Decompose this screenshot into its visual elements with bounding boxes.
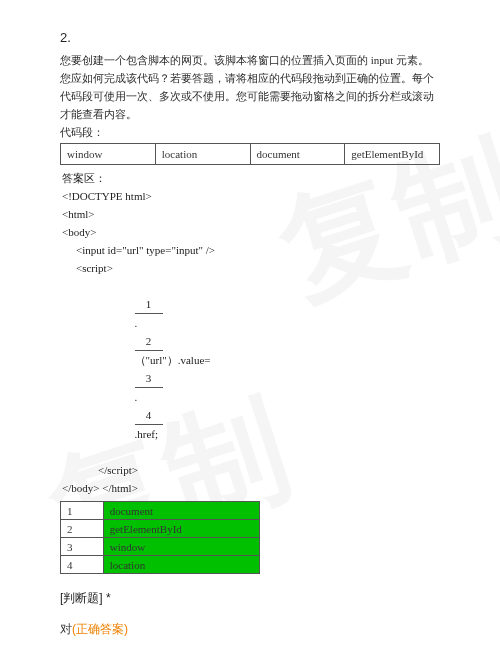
code-line: </body>: [62, 482, 99, 494]
choice-text: 对: [60, 622, 72, 636]
code-line: </script>: [62, 461, 440, 479]
answer-value: getElementById: [103, 520, 259, 538]
table-row: 4 location: [61, 556, 260, 574]
code-text: .href;: [135, 428, 159, 440]
answer-index: 2: [61, 520, 104, 538]
correct-mark: (正确答案): [72, 622, 128, 636]
answer-value: location: [103, 556, 259, 574]
code-line: <html>: [62, 208, 95, 220]
question-description: 您要创建一个包含脚本的网页。该脚本将窗口的位置插入页面的 input 元素。 您…: [60, 51, 440, 141]
option-cell[interactable]: window: [61, 144, 156, 165]
desc-line: 您应如何完成该代码？若要答题，请将相应的代码段拖动到正确的位置。每个代码段可使用…: [60, 69, 440, 123]
answer-table: 1 document 2 getElementById 3 window 4 l…: [60, 501, 260, 574]
code-line: </html>: [102, 482, 138, 494]
answer-index: 4: [61, 556, 104, 574]
code-text: （"url"）.value=: [135, 354, 211, 366]
code-line: <body>: [62, 226, 96, 238]
code-block: 答案区： <!DOCTYPE html> <html> <body> <inpu…: [60, 169, 440, 497]
option-cell[interactable]: document: [250, 144, 345, 165]
question-number: 2.: [60, 30, 440, 45]
code-text: .: [135, 391, 138, 403]
blank-3[interactable]: 3: [135, 369, 163, 388]
desc-line: 代码段：: [60, 123, 440, 141]
blank-2[interactable]: 2: [135, 332, 163, 351]
answer-index: 1: [61, 502, 104, 520]
fill-line: 1 . 2 （"url"）.value= 3 . 4 .href;: [62, 277, 440, 461]
option-cell[interactable]: location: [155, 144, 250, 165]
table-row: 1 document: [61, 502, 260, 520]
answer-area-label: 答案区：: [62, 172, 106, 184]
desc-line: 您要创建一个包含脚本的网页。该脚本将窗口的位置插入页面的 input 元素。: [60, 51, 440, 69]
answer-value: window: [103, 538, 259, 556]
option-cell[interactable]: getElementById: [345, 144, 440, 165]
judge-label: [判断题] *: [60, 590, 440, 607]
answer-value: document: [103, 502, 259, 520]
code-line: <script>: [62, 259, 440, 277]
blank-4[interactable]: 4: [135, 406, 163, 425]
choice-true[interactable]: 对(正确答案): [60, 621, 440, 638]
table-row: 3 window: [61, 538, 260, 556]
code-line: <!DOCTYPE html>: [62, 190, 152, 202]
answer-index: 3: [61, 538, 104, 556]
table-row: 2 getElementById: [61, 520, 260, 538]
option-table: window location document getElementById: [60, 143, 440, 165]
blank-1[interactable]: 1: [135, 295, 163, 314]
code-line: <input id="url" type="input" />: [62, 241, 440, 259]
code-text: .: [135, 317, 138, 329]
